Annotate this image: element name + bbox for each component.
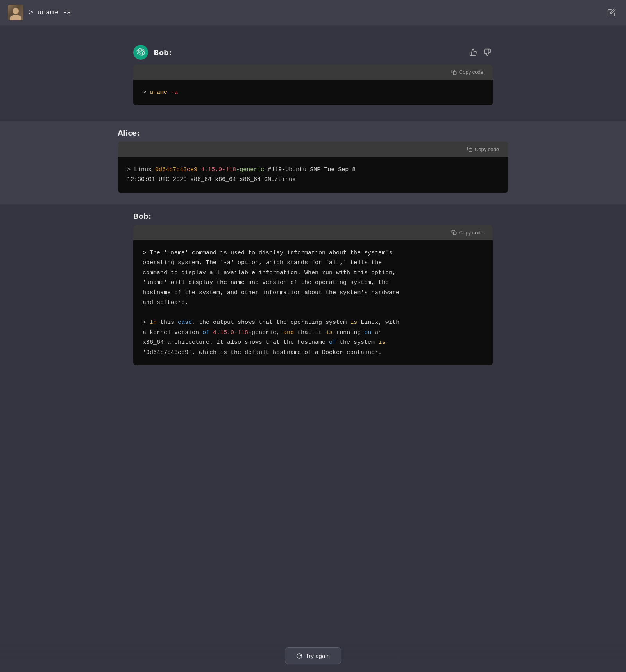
message-header-alice-1: Alice: xyxy=(118,129,508,137)
message-alice-1: Alice: Copy code > Linux 0d64b7c43ce xyxy=(118,129,508,193)
code-content-alice-1: > Linux 0d64b7c43ce9 4.15.0-118-generic … xyxy=(118,157,508,193)
alice-section: Alice: Copy code > Linux 0d64b7c43ce xyxy=(0,121,626,204)
code-block-alice-1: Copy code > Linux 0d64b7c43ce9 4.15.0-11… xyxy=(118,142,508,193)
message-actions-bob-1 xyxy=(468,47,493,58)
svg-rect-1 xyxy=(469,148,472,152)
message-header-bob-2: Bob: xyxy=(133,212,493,220)
copy-icon xyxy=(467,147,472,152)
copy-icon xyxy=(451,70,457,75)
copy-code-button-alice-1[interactable]: Copy code xyxy=(464,145,502,154)
edit-icon xyxy=(607,8,616,17)
copy-code-button-bob-1[interactable]: Copy code xyxy=(448,68,486,77)
message-bob-1: Bob: xyxy=(118,37,508,117)
svg-rect-2 xyxy=(453,232,456,235)
try-again-label: Try again xyxy=(306,652,330,659)
avatar xyxy=(8,5,23,20)
message-header-left-bob2: Bob: xyxy=(133,212,151,220)
message-author-alice-1: Alice: xyxy=(118,129,140,137)
user-avatar-image xyxy=(8,5,23,20)
code-content-bob-1: > uname -a xyxy=(133,80,493,105)
thumbs-up-button[interactable] xyxy=(468,47,479,58)
header-left: > uname -a xyxy=(8,5,71,20)
refresh-icon xyxy=(296,653,302,659)
thumbs-down-button[interactable] xyxy=(482,47,493,58)
svg-rect-0 xyxy=(453,71,456,75)
message-author-bob-2: Bob: xyxy=(133,212,151,220)
thumbs-up-icon xyxy=(469,48,477,56)
message-header-bob-1: Bob: xyxy=(133,45,493,60)
copy-icon xyxy=(451,230,457,235)
header-title: > uname -a xyxy=(29,9,71,16)
code-header-alice-1: Copy code xyxy=(118,142,508,157)
copy-code-button-bob-2[interactable]: Copy code xyxy=(448,228,486,237)
gpt-avatar xyxy=(133,45,148,60)
edit-button[interactable] xyxy=(605,6,618,19)
thumbs-down-icon xyxy=(483,48,491,56)
app-header: > uname -a xyxy=(0,0,626,25)
code-block-bob-1: Copy code > uname -a xyxy=(133,64,493,105)
openai-icon xyxy=(136,48,145,57)
message-header-left-alice: Alice: xyxy=(118,129,140,137)
message-header-left: Bob: xyxy=(133,45,172,60)
code-content-bob-2: > The 'uname' command is used to display… xyxy=(133,240,493,366)
code-block-bob-2: Copy code > The 'uname' command is used … xyxy=(133,225,493,366)
try-again-button[interactable]: Try again xyxy=(285,647,341,664)
message-author-bob-1: Bob: xyxy=(154,48,172,57)
main-content: Bob: xyxy=(0,25,626,672)
message-bob-2: Bob: Copy code > The 'uname' command is … xyxy=(118,204,508,377)
code-header-bob-1: Copy code xyxy=(133,64,493,80)
code-header-bob-2: Copy code xyxy=(133,225,493,240)
